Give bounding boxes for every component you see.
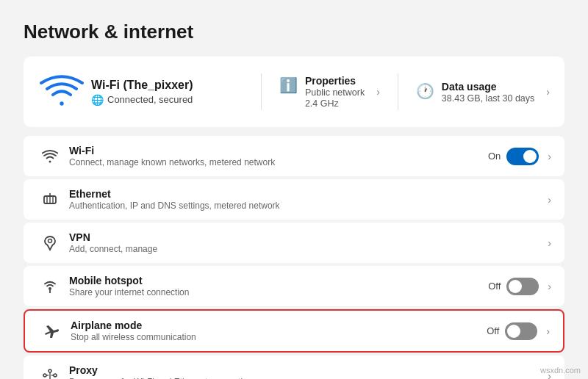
properties-button[interactable]: ℹ️ Properties Public network 2.4 GHz › <box>279 75 380 109</box>
hotspot-item-label: Mobile hotspot <box>69 275 488 286</box>
properties-chevron-icon: › <box>376 86 380 98</box>
wifi-toggle-knob <box>523 150 537 163</box>
proxy-item-label: Proxy <box>69 364 545 376</box>
svg-point-10 <box>43 374 46 377</box>
airplane-item-label: Airplane mode <box>71 320 487 331</box>
hotspot-toggle-label: Off <box>488 281 501 292</box>
airplane-item-icon <box>38 323 65 339</box>
properties-network-type: Public network <box>305 87 365 98</box>
wifi-network-info: Wi-Fi (The_pixxer) 🌐 Connected, secured <box>85 79 243 106</box>
hotspot-toggle-knob <box>509 280 522 293</box>
data-usage-icon: 🕐 <box>416 82 434 100</box>
settings-item-hotspot[interactable]: Mobile hotspot Share your internet conne… <box>24 266 564 306</box>
properties-frequency: 2.4 GHz <box>305 98 365 109</box>
wifi-header-card: Wi-Fi (The_pixxer) 🌐 Connected, secured … <box>24 57 564 127</box>
data-usage-button[interactable]: 🕐 Data usage 38.43 GB, last 30 days › <box>416 81 550 104</box>
ethernet-chevron-icon: › <box>548 194 551 206</box>
hotspot-chevron-icon: › <box>548 281 551 292</box>
globe-icon: 🌐 <box>91 94 104 106</box>
svg-point-11 <box>54 374 57 377</box>
proxy-item-icon <box>37 368 63 380</box>
wifi-toggle[interactable] <box>506 148 539 165</box>
data-usage-label: Data usage <box>442 81 534 93</box>
svg-point-6 <box>49 239 52 242</box>
wifi-item-label: Wi-Fi <box>69 145 488 156</box>
data-usage-chevron-icon: › <box>546 86 550 98</box>
watermark: wsxdn.com <box>540 366 581 375</box>
airplane-item-desc: Stop all wireless communication <box>71 332 487 342</box>
settings-item-ethernet[interactable]: Ethernet Authentication, IP and DNS sett… <box>24 179 564 220</box>
svg-point-0 <box>49 160 51 162</box>
info-icon: ℹ️ <box>279 76 298 94</box>
ethernet-item-icon <box>37 192 63 208</box>
properties-label: Properties <box>305 75 365 87</box>
wifi-toggle-label: On <box>488 151 501 162</box>
hotspot-toggle[interactable] <box>506 278 539 295</box>
vpn-chevron-icon: › <box>548 237 551 249</box>
vpn-item-icon <box>37 235 63 251</box>
page-title: Network & internet <box>24 21 564 43</box>
airplane-toggle[interactable] <box>505 322 537 340</box>
settings-item-vpn[interactable]: VPN Add, connect, manage › <box>24 223 564 263</box>
airplane-toggle-label: Off <box>487 325 499 336</box>
settings-item-proxy[interactable]: Proxy Proxy server for Wi-Fi and Etherne… <box>24 355 564 379</box>
airplane-toggle-knob <box>507 325 520 338</box>
settings-item-wifi[interactable]: Wi-Fi Connect, manage known networks, me… <box>24 136 564 176</box>
wifi-chevron-icon: › <box>548 151 551 162</box>
hotspot-item-icon <box>37 278 63 295</box>
card-divider2 <box>398 73 398 110</box>
settings-item-airplane[interactable]: Airplane mode Stop all wireless communic… <box>24 309 564 353</box>
wifi-item-desc: Connect, manage known networks, metered … <box>69 157 488 167</box>
card-divider <box>261 73 262 110</box>
svg-point-7 <box>49 287 51 290</box>
svg-point-12 <box>49 369 51 372</box>
settings-list: Wi-Fi Connect, manage known networks, me… <box>24 136 564 379</box>
vpn-item-label: VPN <box>69 231 545 243</box>
hotspot-item-desc: Share your internet connection <box>69 287 488 297</box>
wifi-signal-icon <box>38 68 85 115</box>
ethernet-item-desc: Authentication, IP and DNS settings, met… <box>69 201 545 211</box>
airplane-chevron-icon: › <box>546 325 550 337</box>
vpn-item-desc: Add, connect, manage <box>69 244 545 254</box>
wifi-network-name: Wi-Fi (The_pixxer) <box>91 79 243 92</box>
data-usage-value: 38.43 GB, last 30 days <box>442 93 534 104</box>
wifi-connection-status: 🌐 Connected, secured <box>91 94 243 106</box>
wifi-item-icon <box>37 148 63 165</box>
ethernet-item-label: Ethernet <box>69 188 545 200</box>
